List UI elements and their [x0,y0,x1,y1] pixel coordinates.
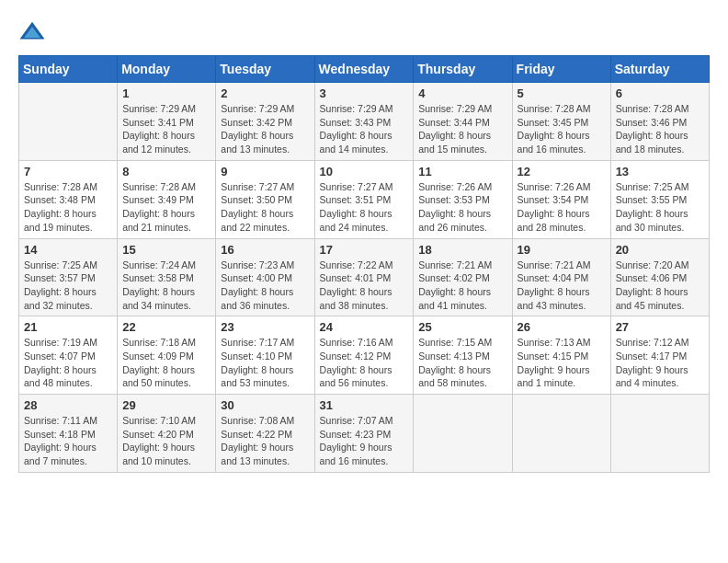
day-info: Sunrise: 7:21 AM Sunset: 4:04 PM Dayligh… [518,259,606,313]
calendar-cell: 30Sunrise: 7:08 AM Sunset: 4:22 PM Dayli… [216,395,314,473]
day-number: 16 [221,243,309,257]
calendar-cell [512,395,610,473]
day-headers-row: SundayMondayTuesdayWednesdayThursdayFrid… [19,56,710,83]
day-info: Sunrise: 7:20 AM Sunset: 4:06 PM Dayligh… [616,259,704,313]
day-number: 5 [518,86,606,100]
day-info: Sunrise: 7:17 AM Sunset: 4:10 PM Dayligh… [221,336,309,390]
week-row-3: 14Sunrise: 7:25 AM Sunset: 3:57 PM Dayli… [19,238,710,316]
day-info: Sunrise: 7:29 AM Sunset: 3:42 PM Dayligh… [221,102,309,156]
day-info: Sunrise: 7:07 AM Sunset: 4:23 PM Dayligh… [320,414,409,468]
day-number: 14 [24,243,112,257]
day-header-sunday: Sunday [19,56,118,83]
day-info: Sunrise: 7:25 AM Sunset: 3:55 PM Dayligh… [616,180,704,235]
calendar-cell: 26Sunrise: 7:13 AM Sunset: 4:15 PM Dayli… [512,316,610,395]
calendar-cell: 13Sunrise: 7:25 AM Sunset: 3:55 PM Dayli… [610,160,709,238]
day-info: Sunrise: 7:22 AM Sunset: 4:01 PM Dayligh… [320,259,409,313]
day-info: Sunrise: 7:23 AM Sunset: 4:00 PM Dayligh… [221,259,309,313]
calendar-cell: 7Sunrise: 7:28 AM Sunset: 3:48 PM Daylig… [19,160,118,238]
calendar-cell [19,83,118,161]
day-header-wednesday: Wednesday [314,56,414,83]
day-info: Sunrise: 7:10 AM Sunset: 4:20 PM Dayligh… [122,414,210,468]
day-info: Sunrise: 7:26 AM Sunset: 3:53 PM Dayligh… [418,180,506,235]
calendar-cell: 9Sunrise: 7:27 AM Sunset: 3:50 PM Daylig… [216,160,314,238]
day-info: Sunrise: 7:28 AM Sunset: 3:46 PM Dayligh… [616,102,704,156]
day-number: 9 [221,165,309,178]
calendar-cell: 2Sunrise: 7:29 AM Sunset: 3:42 PM Daylig… [216,83,314,161]
day-number: 12 [518,165,606,178]
day-number: 18 [418,243,506,257]
day-number: 24 [320,320,409,334]
calendar-cell: 4Sunrise: 7:29 AM Sunset: 3:44 PM Daylig… [414,83,512,161]
day-number: 19 [518,243,606,257]
day-number: 25 [418,320,506,334]
day-number: 21 [24,320,112,334]
day-number: 6 [616,86,704,100]
day-number: 7 [24,165,112,178]
calendar-cell: 19Sunrise: 7:21 AM Sunset: 4:04 PM Dayli… [512,238,610,316]
day-info: Sunrise: 7:15 AM Sunset: 4:13 PM Dayligh… [418,336,506,390]
day-number: 4 [418,86,506,100]
calendar-cell: 3Sunrise: 7:29 AM Sunset: 3:43 PM Daylig… [314,83,414,161]
day-number: 20 [616,243,704,257]
day-info: Sunrise: 7:29 AM Sunset: 3:41 PM Dayligh… [122,102,210,156]
day-info: Sunrise: 7:11 AM Sunset: 4:18 PM Dayligh… [24,414,112,468]
day-number: 8 [122,165,210,178]
calendar-cell: 11Sunrise: 7:26 AM Sunset: 3:53 PM Dayli… [414,160,512,238]
day-header-saturday: Saturday [610,56,709,83]
day-info: Sunrise: 7:12 AM Sunset: 4:17 PM Dayligh… [616,336,704,390]
calendar-cell: 6Sunrise: 7:28 AM Sunset: 3:46 PM Daylig… [610,83,709,161]
calendar-cell: 10Sunrise: 7:27 AM Sunset: 3:51 PM Dayli… [314,160,414,238]
day-info: Sunrise: 7:28 AM Sunset: 3:48 PM Dayligh… [24,180,112,235]
week-row-5: 28Sunrise: 7:11 AM Sunset: 4:18 PM Dayli… [19,395,710,473]
calendar-cell [414,395,512,473]
day-info: Sunrise: 7:28 AM Sunset: 3:49 PM Dayligh… [122,180,210,235]
day-header-monday: Monday [118,56,216,83]
calendar-cell: 24Sunrise: 7:16 AM Sunset: 4:12 PM Dayli… [314,316,414,395]
day-header-tuesday: Tuesday [216,56,314,83]
logo-icon [18,18,46,46]
day-info: Sunrise: 7:21 AM Sunset: 4:02 PM Dayligh… [418,259,506,313]
day-info: Sunrise: 7:28 AM Sunset: 3:45 PM Dayligh… [518,102,606,156]
week-row-1: 1Sunrise: 7:29 AM Sunset: 3:41 PM Daylig… [19,83,710,161]
calendar-cell: 25Sunrise: 7:15 AM Sunset: 4:13 PM Dayli… [414,316,512,395]
calendar-cell: 23Sunrise: 7:17 AM Sunset: 4:10 PM Dayli… [216,316,314,395]
day-number: 2 [221,86,309,100]
day-number: 22 [122,320,210,334]
day-info: Sunrise: 7:25 AM Sunset: 3:57 PM Dayligh… [24,259,112,313]
day-info: Sunrise: 7:27 AM Sunset: 3:50 PM Dayligh… [221,180,309,235]
day-number: 27 [616,320,704,334]
day-number: 29 [122,398,210,412]
day-number: 11 [418,165,506,178]
day-info: Sunrise: 7:19 AM Sunset: 4:07 PM Dayligh… [24,336,112,390]
day-info: Sunrise: 7:18 AM Sunset: 4:09 PM Dayligh… [122,336,210,390]
calendar-cell: 14Sunrise: 7:25 AM Sunset: 3:57 PM Dayli… [19,238,118,316]
day-info: Sunrise: 7:13 AM Sunset: 4:15 PM Dayligh… [518,336,606,390]
calendar-cell: 27Sunrise: 7:12 AM Sunset: 4:17 PM Dayli… [610,316,709,395]
day-info: Sunrise: 7:29 AM Sunset: 3:43 PM Dayligh… [320,102,409,156]
calendar-cell: 5Sunrise: 7:28 AM Sunset: 3:45 PM Daylig… [512,83,610,161]
day-number: 1 [122,86,210,100]
day-number: 30 [221,398,309,412]
calendar-cell: 18Sunrise: 7:21 AM Sunset: 4:02 PM Dayli… [414,238,512,316]
day-info: Sunrise: 7:24 AM Sunset: 3:58 PM Dayligh… [122,259,210,313]
day-number: 15 [122,243,210,257]
calendar-cell: 22Sunrise: 7:18 AM Sunset: 4:09 PM Dayli… [118,316,216,395]
day-info: Sunrise: 7:16 AM Sunset: 4:12 PM Dayligh… [320,336,409,390]
day-info: Sunrise: 7:29 AM Sunset: 3:44 PM Dayligh… [418,102,506,156]
calendar-cell: 1Sunrise: 7:29 AM Sunset: 3:41 PM Daylig… [118,83,216,161]
calendar-cell: 16Sunrise: 7:23 AM Sunset: 4:00 PM Dayli… [216,238,314,316]
day-info: Sunrise: 7:26 AM Sunset: 3:54 PM Dayligh… [518,180,606,235]
day-info: Sunrise: 7:08 AM Sunset: 4:22 PM Dayligh… [221,414,309,468]
day-number: 28 [24,398,112,412]
calendar: SundayMondayTuesdayWednesdayThursdayFrid… [18,55,710,473]
calendar-cell: 28Sunrise: 7:11 AM Sunset: 4:18 PM Dayli… [19,395,118,473]
logo [18,18,50,46]
day-number: 17 [320,243,409,257]
day-number: 13 [616,165,704,178]
day-header-thursday: Thursday [414,56,512,83]
header [18,18,710,46]
calendar-cell: 17Sunrise: 7:22 AM Sunset: 4:01 PM Dayli… [314,238,414,316]
calendar-cell: 31Sunrise: 7:07 AM Sunset: 4:23 PM Dayli… [314,395,414,473]
day-number: 26 [518,320,606,334]
calendar-cell: 21Sunrise: 7:19 AM Sunset: 4:07 PM Dayli… [19,316,118,395]
